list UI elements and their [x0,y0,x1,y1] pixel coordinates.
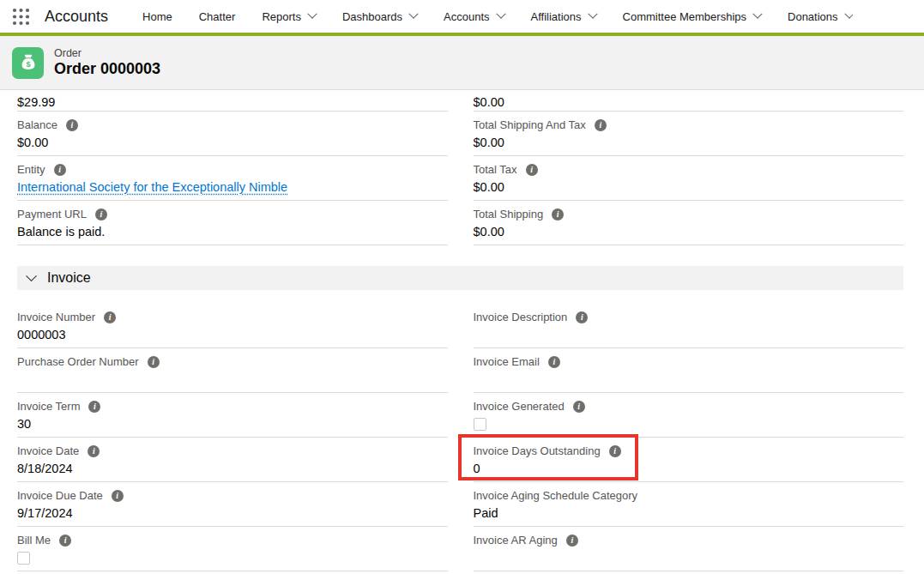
field-label: Bill Mei [17,533,448,547]
info-icon[interactable]: i [573,401,585,413]
nav-item-dashboards[interactable]: Dashboards [342,10,417,23]
field-value: International Society for the Exceptiona… [17,179,448,196]
field-value: $0.00 [474,135,904,151]
info-icon[interactable]: i [148,356,160,368]
nav-item-home[interactable]: Home [142,10,172,23]
nav-tabs: HomeChatterReportsDashboardsAccountsAffi… [142,10,853,23]
field-value [17,550,448,569]
info-icon[interactable]: i [552,208,564,221]
field-payment-url: Payment URLiBalance is paid. [17,201,448,245]
info-icon[interactable]: i [88,445,100,457]
field-value: $29.99 [17,94,448,111]
field-invoice-days-outstanding: Invoice Days Outstandingi0 [474,438,904,482]
field-invoice-date: Invoice Datei8/18/2024 [17,438,448,482]
field-entity: EntityiInternational Society for the Exc… [17,156,448,201]
nav-item-label: Chatter [199,10,236,23]
info-icon[interactable]: i [112,490,124,502]
info-icon[interactable]: i [88,401,100,413]
field-value [17,372,448,388]
nav-item-donations[interactable]: Donations [788,10,853,23]
info-icon[interactable]: i [566,535,578,547]
nav-item-label: Reports [262,10,301,23]
field-value [474,416,904,435]
field-label-text: Payment URL [17,208,87,221]
global-navigation-bar: Accounts HomeChatterReportsDashboardsAcc… [0,0,924,36]
field-label: Invoice Generatedi [474,399,904,414]
info-icon[interactable]: i [609,445,621,457]
record-entity-type: Order [54,47,160,60]
field-value: $29.99 [17,90,448,112]
field-value: 0 [474,461,904,477]
record-detail: $29.99Balancei$0.00EntityiInternational … [0,90,924,571]
chevron-down-icon [496,10,505,19]
info-icon[interactable]: i [595,119,607,131]
info-icon[interactable]: i [104,311,116,323]
invoice-fields-grid: Invoice Numberi0000003Purchase Order Num… [17,304,903,571]
field-invoice-term: Invoice Termi30 [17,393,448,438]
field-value [474,327,904,343]
nav-item-accounts[interactable]: Accounts [444,10,504,23]
info-icon[interactable]: i [576,311,588,323]
field-value: 0000003 [17,327,448,343]
field-label-text: Invoice Term [17,400,80,413]
info-icon[interactable]: i [95,208,107,221]
info-icon[interactable]: i [54,164,66,176]
field-value: $0.00 [474,90,904,112]
record-link[interactable]: International Society for the Exceptiona… [17,180,287,194]
field-label: Invoice Datei [17,444,448,458]
field-label: Invoice Descriptioni [474,310,904,324]
field-label: Entityi [17,162,448,177]
field-invoice-generated: Invoice Generatedi [474,393,904,438]
field-label-text: Total Shipping [474,208,544,221]
field-invoice-due-date: Invoice Due Datei9/17/2024 [17,482,448,527]
order-totals-grid: $29.99Balancei$0.00EntityiInternational … [17,90,903,245]
invoice-section-header[interactable]: Invoice [17,266,903,290]
nav-item-label: Committee Memberships [623,10,747,23]
field-invoice-email: Invoice Emaili [474,348,904,393]
field-bill-me: Bill Mei [17,527,448,571]
nav-item-affiliations[interactable]: Affiliations [531,10,596,23]
field-value: $0.00 [17,135,448,151]
field-label-text: Purchase Order Number [17,355,139,368]
svg-text:$: $ [26,60,31,69]
nav-item-committee-memberships[interactable]: Committee Memberships [623,10,762,23]
field-label: Invoice Emaili [474,354,904,369]
field-invoice-number: Invoice Numberi0000003 [17,304,448,348]
nav-item-label: Donations [788,10,838,23]
details-right-column: $0.00Total Shipping And Taxi$0.00Total T… [474,90,904,245]
field-label-text: Total Tax [474,163,517,176]
info-icon[interactable]: i [59,535,71,547]
nav-item-chatter[interactable]: Chatter [199,10,236,23]
field-value [474,550,904,566]
details-left-column: $29.99Balancei$0.00EntityiInternational … [17,90,448,245]
chevron-down-icon [844,10,853,19]
field-value: $0.00 [474,224,904,240]
record-header-text: Order Order 0000003 [54,47,160,78]
order-money-bag-icon: $ [12,47,44,79]
field-invoice-description: Invoice Descriptioni [474,304,904,348]
field-label-text: Invoice Date [17,444,79,457]
checkbox[interactable] [17,552,30,565]
nav-item-reports[interactable]: Reports [262,10,316,23]
field-label-text: Invoice Number [17,311,95,323]
info-icon[interactable]: i [526,164,538,176]
field-value: 8/18/2024 [17,461,448,477]
field-label: Invoice Aging Schedule Category [474,488,904,503]
info-icon[interactable]: i [66,119,78,131]
field-label-text: Invoice Email [474,355,540,368]
field-value: Paid [474,505,904,522]
chevron-down-icon [26,270,37,281]
field-label-text: Balance [17,118,57,131]
field-label-text: Bill Me [17,534,51,547]
field-label-text: Invoice Days Outstanding [474,444,601,457]
field-total-shipping-and-tax: Total Shipping And Taxi$0.00 [474,112,904,156]
checkbox[interactable] [474,418,486,431]
info-icon[interactable]: i [548,356,560,368]
field-invoice-ar-aging: Invoice AR Agingi [474,527,904,571]
app-launcher-icon[interactable] [12,8,30,26]
field-invoice-aging-schedule-category: Invoice Aging Schedule CategoryPaid [474,482,904,527]
invoice-right-column: Invoice Descriptioni Invoice Emaili Invo… [474,304,904,571]
nav-item-label: Accounts [444,10,489,23]
record-header: $ Order Order 0000003 [0,36,924,90]
field-label-text: Invoice AR Aging [474,534,558,547]
